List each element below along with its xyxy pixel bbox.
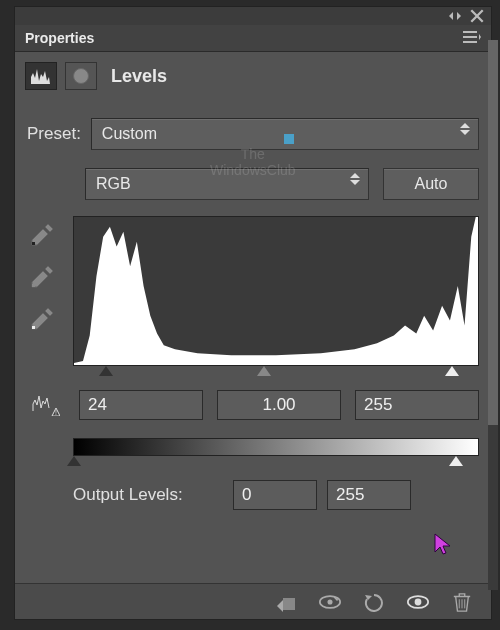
warning-icon[interactable]: ! [27,394,65,416]
histogram [73,216,479,366]
svg-rect-4 [283,598,295,610]
scrollbar[interactable] [488,40,498,590]
collapse-arrows-icon[interactable] [447,9,463,23]
output-slider-track[interactable] [73,456,479,470]
panel-titlebar: Properties [15,25,491,52]
chevron-updown-icon [460,123,470,135]
levels-icon[interactable] [25,62,57,90]
output-black-field[interactable]: 0 [233,480,317,510]
panel-footer [15,583,491,619]
clip-to-layer-icon[interactable] [273,591,299,613]
eyedropper-white-icon[interactable] [27,304,57,334]
eyedropper-gray-icon[interactable] [27,262,57,292]
black-point-slider[interactable] [99,366,113,376]
input-white-field[interactable]: 255 [355,390,479,420]
cursor-icon [433,532,453,556]
visibility-icon[interactable] [405,591,431,613]
mask-icon[interactable] [65,62,97,90]
input-mid-field[interactable]: 1.00 [217,390,341,420]
svg-rect-2 [32,326,35,329]
output-label: Output Levels: [73,485,223,505]
reset-icon[interactable] [361,591,387,613]
eyedropper-black-icon[interactable] [27,220,57,250]
window-controls [15,7,491,25]
channel-select[interactable]: RGB [85,168,369,200]
svg-rect-1 [32,284,35,287]
adjustment-header: Levels [15,52,491,96]
preset-select[interactable]: Custom [91,118,479,150]
mid-point-slider[interactable] [257,366,271,376]
svg-point-8 [415,598,422,605]
close-icon[interactable] [469,9,485,23]
white-point-slider[interactable] [445,366,459,376]
preset-value: Custom [102,125,157,143]
panel-title: Properties [25,30,94,46]
output-black-slider[interactable] [67,456,81,466]
output-white-slider[interactable] [449,456,463,466]
adjustment-name: Levels [111,66,167,87]
output-gradient [73,438,479,456]
menu-icon[interactable] [463,30,481,46]
chevron-updown-icon [350,173,360,185]
preset-label: Preset: [27,124,81,144]
input-slider-track[interactable] [73,366,479,380]
svg-text:!: ! [55,409,57,416]
output-white-field[interactable]: 255 [327,480,411,510]
svg-rect-0 [32,242,35,245]
input-black-field[interactable]: 24 [79,390,203,420]
auto-button[interactable]: Auto [383,168,479,200]
svg-point-6 [327,599,332,604]
scrollbar-thumb[interactable] [488,40,498,425]
channel-value: RGB [96,175,131,193]
view-previous-icon[interactable] [317,591,343,613]
eyedropper-tools [27,216,65,366]
trash-icon[interactable] [449,591,475,613]
